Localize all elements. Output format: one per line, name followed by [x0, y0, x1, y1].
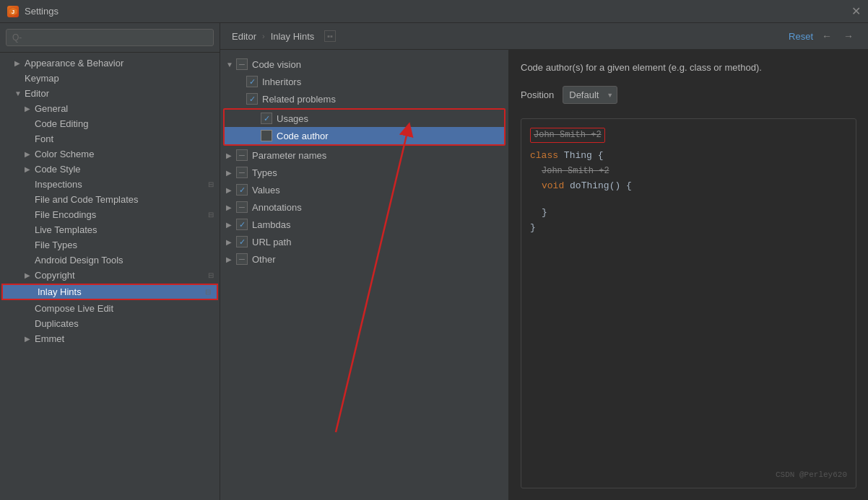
breadcrumb-editor: Editor: [232, 31, 256, 42]
content-header: Editor › Inlay Hints ▪▪ Reset ← →: [220, 23, 868, 50]
checkbox-annotations[interactable]: ─: [236, 201, 248, 213]
sidebar-item-label: File Types: [35, 240, 214, 250]
checkbox-types[interactable]: ─: [236, 167, 248, 178]
sidebar-item-label: Inspections: [35, 179, 205, 190]
sidebar-item-file-types[interactable]: File Types: [0, 237, 220, 253]
checkbox-parameter-names[interactable]: ─: [236, 149, 248, 161]
sidebar-item-file-encodings[interactable]: File Encodings ⊟: [0, 207, 220, 222]
code-preview: John Smith +2 class Thing { John Smith +…: [521, 118, 856, 488]
checkbox-code-author[interactable]: □: [261, 130, 272, 141]
sidebar-item-code-editing[interactable]: Code Editing: [0, 116, 220, 131]
mid-item-label: Usages: [277, 113, 308, 124]
sidebar-item-android-design[interactable]: Android Design Tools: [0, 253, 220, 268]
code-line-author-inline: John Smith +2: [530, 164, 847, 179]
code-line-4: }: [530, 221, 847, 236]
mid-item-url-path[interactable]: ▶ ✓ URL path: [220, 233, 508, 250]
checkbox-lambdas[interactable]: ✓: [236, 219, 248, 230]
mid-item-values[interactable]: ▶ ✓ Values: [220, 181, 508, 198]
sidebar-item-label: Appearance & Behavior: [25, 58, 214, 69]
expand-arrow: ▶: [226, 203, 236, 211]
checkbox-other[interactable]: ─: [236, 253, 248, 265]
sidebar-item-inspections[interactable]: Inspections ⊟: [0, 177, 220, 192]
mid-item-code-vision[interactable]: ▼ ─ Code vision: [220, 56, 508, 73]
checkbox-inheritors[interactable]: ✓: [246, 76, 258, 87]
search-bar: [0, 23, 220, 53]
position-row: Position Default Inline Above: [521, 86, 856, 104]
sidebar-item-file-code-templates[interactable]: File and Code Templates: [0, 192, 220, 207]
mid-item-inheritors[interactable]: ✓ Inheritors: [220, 73, 508, 90]
sidebar-item-label: Copyright: [35, 270, 205, 281]
reset-button[interactable]: Reset: [789, 31, 813, 42]
mid-item-parameter-names[interactable]: ▶ ─ Parameter names: [220, 146, 508, 164]
checkbox-related-problems[interactable]: ✓: [246, 93, 258, 105]
mid-item-label: Code vision: [252, 59, 301, 70]
mid-item-label: Types: [252, 167, 277, 178]
sidebar-item-editor[interactable]: ▼ Editor: [0, 86, 220, 101]
nav-forward-button[interactable]: →: [841, 30, 856, 42]
mid-item-related-problems[interactable]: ✓ Related problems: [220, 90, 508, 108]
sidebar-item-label: File Encodings: [35, 209, 205, 220]
app-icon: J: [7, 6, 19, 17]
sidebar-item-label: Code Style: [35, 164, 214, 175]
sidebar-item-label: Android Design Tools: [35, 255, 214, 266]
expand-arrow: ▶: [25, 335, 35, 343]
sidebar-item-live-templates[interactable]: Live Templates: [0, 222, 220, 237]
search-input[interactable]: [6, 29, 214, 46]
checkbox-values[interactable]: ✓: [236, 184, 248, 196]
mid-item-code-author[interactable]: □ Code author: [225, 127, 504, 144]
sidebar-item-copyright[interactable]: ▶ Copyright ⊟: [0, 268, 220, 283]
settings-icon: ⊟: [208, 180, 214, 188]
expand-arrow: ▶: [25, 150, 35, 158]
description-text: Code author(s) for a given element (e.g.…: [521, 61, 856, 74]
sidebar-item-label: Duplicates: [35, 318, 214, 329]
nav-back-button[interactable]: ←: [819, 30, 835, 42]
sidebar-item-label: Font: [35, 133, 214, 144]
sidebar-item-keymap[interactable]: Keymap: [0, 71, 220, 86]
sidebar-item-appearance[interactable]: ▶ Appearance & Behavior: [0, 56, 220, 71]
title-bar: J Settings ✕: [0, 0, 868, 23]
checkbox-usages[interactable]: ✓: [261, 113, 272, 124]
sidebar-item-code-style[interactable]: ▶ Code Style: [0, 162, 220, 177]
mid-item-label: Lambdas: [252, 219, 290, 230]
settings-icon: ⊟: [208, 271, 214, 279]
expand-arrow: ▶: [226, 169, 236, 177]
checkbox-url-path[interactable]: ✓: [236, 236, 248, 247]
sidebar-item-compose-live-edit[interactable]: Compose Live Edit: [0, 301, 220, 316]
expand-arrow: ▶: [25, 165, 35, 173]
settings-icon: ⊟: [205, 288, 211, 296]
red-outline-box: ✓ Usages □ Code author: [223, 108, 505, 146]
mid-item-types[interactable]: ▶ ─ Types: [220, 164, 508, 181]
sidebar-item-label: File and Code Templates: [35, 194, 214, 205]
layout-toggle[interactable]: ▪▪: [324, 30, 336, 42]
mid-item-label: Parameter names: [252, 150, 326, 161]
mid-item-usages[interactable]: ✓ Usages: [225, 110, 504, 127]
expand-arrow: ▶: [226, 221, 236, 229]
watermark: CSDN @Perley620: [776, 469, 847, 482]
sidebar-item-label: Editor: [25, 88, 214, 99]
mid-item-label: Inheritors: [262, 76, 301, 87]
sidebar-item-label: Keymap: [25, 73, 214, 84]
sidebar-item-inlay-hints[interactable]: Inlay Hints ⊟: [1, 284, 218, 300]
sidebar-item-duplicates[interactable]: Duplicates: [0, 316, 220, 331]
mid-item-label: URL path: [252, 237, 291, 247]
sidebar-item-label: General: [35, 103, 214, 114]
sidebar-item-color-scheme[interactable]: ▶ Color Scheme: [0, 146, 220, 162]
close-button[interactable]: ✕: [851, 4, 861, 18]
sidebar-item-font[interactable]: Font: [0, 131, 220, 146]
sidebar-item-emmet[interactable]: ▶ Emmet: [0, 331, 220, 346]
checkbox-code-vision[interactable]: ─: [236, 58, 248, 70]
sidebar-item-general[interactable]: ▶ General: [0, 101, 220, 116]
sidebar-item-label: Color Scheme: [35, 149, 214, 159]
mid-item-lambdas[interactable]: ▶ ✓ Lambdas: [220, 216, 508, 233]
position-select-wrapper: Default Inline Above: [563, 86, 617, 104]
sidebar: ▶ Appearance & Behavior Keymap ▼ Editor …: [0, 23, 220, 500]
expand-arrow: ▶: [226, 255, 236, 263]
mid-item-other[interactable]: ▶ ─ Other: [220, 250, 508, 268]
window-title: Settings: [25, 6, 58, 17]
content-area: Editor › Inlay Hints ▪▪ Reset ← → ▼ ─ Co…: [220, 23, 868, 500]
expand-arrow: ▶: [25, 105, 35, 113]
position-select[interactable]: Default Inline Above: [563, 86, 617, 104]
mid-item-annotations[interactable]: ▶ ─ Annotations: [220, 198, 508, 216]
settings-icon: ⊟: [208, 211, 214, 219]
sidebar-item-label: Code Editing: [35, 118, 214, 129]
